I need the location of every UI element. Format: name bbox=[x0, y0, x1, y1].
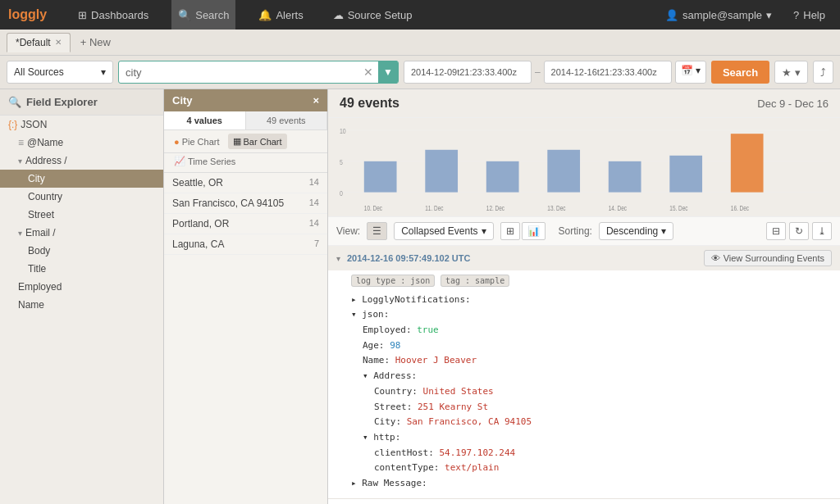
log-type-tag[interactable]: log type : json bbox=[351, 275, 435, 287]
chart-header: 49 events Dec 9 - Dec 16 bbox=[328, 89, 840, 118]
collapsed-event-1[interactable]: ▸ 2014-12-16 09:57:49.102 UTC {"Name": "… bbox=[328, 499, 840, 504]
tab-close-icon[interactable]: ✕ bbox=[55, 38, 62, 47]
chevron-down-icon: ▾ bbox=[18, 157, 22, 166]
fe-item-name[interactable]: Name bbox=[0, 296, 163, 314]
fe-item-title[interactable]: Title bbox=[0, 260, 163, 278]
query-clear-icon[interactable]: ✕ bbox=[358, 66, 378, 79]
fe-item-email[interactable]: ▾ Email / bbox=[0, 224, 163, 242]
nav-alerts[interactable]: 🔔 Alerts bbox=[252, 0, 309, 30]
viz-tab-bar[interactable]: ▦ Bar Chart bbox=[228, 134, 287, 149]
tab-default[interactable]: *Default ✕ bbox=[7, 33, 71, 52]
search-icon: 🔍 bbox=[8, 96, 21, 108]
grid-icon: ⊞ bbox=[78, 9, 87, 21]
columns-icon[interactable]: ⊟ bbox=[766, 222, 786, 240]
expanded-event-body: log type : json tag : sample ▸ LogglyNot… bbox=[328, 270, 840, 498]
bell-icon: 🔔 bbox=[258, 9, 272, 21]
date-picker-button[interactable]: 📅 ▾ bbox=[675, 61, 706, 84]
view-format-icons: ⊞ 📊 bbox=[500, 222, 546, 240]
search-nav-icon: 🔍 bbox=[178, 9, 191, 21]
sample-tag[interactable]: tag : sample bbox=[441, 275, 509, 287]
svg-rect-6 bbox=[364, 161, 397, 193]
view-grid-icon[interactable]: ⊞ bbox=[500, 222, 520, 240]
nav-right-group: 👤 sample@sample ▾ ? Help bbox=[659, 0, 832, 30]
city-value-laguna[interactable]: Laguna, CA 7 bbox=[164, 234, 327, 255]
user-menu[interactable]: 👤 sample@sample ▾ bbox=[659, 0, 778, 30]
nav-dashboards[interactable]: ⊞ Dashboards bbox=[71, 0, 155, 30]
query-input[interactable] bbox=[119, 66, 358, 79]
query-arrow-icon[interactable]: ▼ bbox=[378, 61, 398, 84]
source-select[interactable]: All Sources ▾ bbox=[7, 61, 113, 84]
city-value-portland[interactable]: Portland, OR 14 bbox=[164, 214, 327, 234]
collapsed-events-select[interactable]: Collapsed Events ▾ bbox=[394, 222, 493, 240]
svg-rect-7 bbox=[425, 150, 458, 193]
right-view-controls: ⊟ ↻ ⤓ bbox=[766, 222, 832, 240]
search-bar: All Sources ▾ ✕ ▼ – 📅 ▾ Search ★ ▾ ⤴ bbox=[0, 56, 840, 89]
city-panel-title: City bbox=[172, 94, 193, 107]
fe-item-body[interactable]: Body bbox=[0, 242, 163, 260]
field-explorer-tree: {:} JSON ≡ @Name ▾ Address / City Countr… bbox=[0, 116, 163, 504]
help-link[interactable]: ? Help bbox=[787, 0, 832, 30]
city-tab-values[interactable]: 4 values bbox=[164, 111, 246, 129]
view-surrounding-button[interactable]: 👁 View Surrounding Events bbox=[704, 250, 832, 266]
sorting-select[interactable]: Descending ▾ bbox=[599, 222, 673, 240]
city-viz-tabs: ● Pie Chart ▦ Bar Chart bbox=[164, 130, 327, 153]
svg-text:5: 5 bbox=[340, 157, 343, 167]
events-log: ▾ 2014-12-16 09:57:49.102 UTC 👁 View Sur… bbox=[328, 246, 840, 504]
sorting-label: Sorting: bbox=[559, 225, 592, 237]
svg-text:10. Dec: 10. Dec bbox=[364, 204, 382, 212]
refresh-icon[interactable]: ↻ bbox=[789, 222, 809, 240]
nav-source-setup[interactable]: ☁ Source Setup bbox=[326, 0, 419, 30]
svg-rect-10 bbox=[609, 161, 641, 193]
city-panel: City × 4 values 49 events ● Pie Chart ▦ … bbox=[164, 89, 328, 504]
fe-item-employed[interactable]: Employed bbox=[0, 278, 163, 296]
viz-tab-time-series[interactable]: 📈 Time Series bbox=[169, 153, 240, 169]
fe-item-json[interactable]: {:} JSON bbox=[0, 116, 163, 134]
share-button[interactable]: ⤴ bbox=[813, 61, 833, 84]
expanded-event-header[interactable]: ▾ 2014-12-16 09:57:49.102 UTC 👁 View Sur… bbox=[328, 246, 840, 270]
city-panel-close-icon[interactable]: × bbox=[313, 94, 319, 107]
fe-item-address[interactable]: ▾ Address / bbox=[0, 152, 163, 170]
source-chevron-icon: ▾ bbox=[101, 66, 106, 78]
fe-item-city[interactable]: City bbox=[0, 170, 163, 188]
eye-icon: 👁 bbox=[711, 253, 720, 263]
svg-text:10: 10 bbox=[340, 126, 346, 136]
query-input-wrap: ✕ ▼ bbox=[118, 61, 399, 84]
search-button[interactable]: Search bbox=[711, 61, 769, 84]
expand-icon: ▾ bbox=[336, 254, 340, 263]
date-from-input[interactable] bbox=[404, 61, 532, 84]
chart-date-label: Dec 9 - Dec 16 bbox=[757, 98, 829, 110]
fe-item-name-at[interactable]: ≡ @Name bbox=[0, 134, 163, 152]
download-icon[interactable]: ⤓ bbox=[812, 222, 832, 240]
svg-rect-12 bbox=[731, 134, 764, 192]
svg-text:15. Dec: 15. Dec bbox=[669, 204, 687, 212]
viz-tab-pie[interactable]: ● Pie Chart bbox=[169, 134, 225, 149]
sorting-chevron-icon: ▾ bbox=[661, 225, 666, 237]
city-panel-header: City × bbox=[164, 89, 327, 111]
date-separator: – bbox=[535, 66, 541, 78]
city-value-sf[interactable]: San Francisco, CA 94105 14 bbox=[164, 193, 327, 214]
svg-text:11. Dec: 11. Dec bbox=[425, 204, 443, 212]
date-to-input[interactable] bbox=[544, 61, 672, 84]
bar-chart-area: 10 5 0 10. Dec 11. Dec 12. Dec 13. Dec 1… bbox=[328, 118, 840, 216]
city-value-seattle[interactable]: Seattle, OR 14 bbox=[164, 173, 327, 193]
city-tab-events[interactable]: 49 events bbox=[246, 111, 328, 129]
main-layout: 🔍 Field Explorer {:} JSON ≡ @Name ▾ Addr… bbox=[0, 89, 840, 504]
chevron-down-icon: ▾ bbox=[766, 9, 772, 21]
select-chevron-icon: ▾ bbox=[482, 225, 486, 237]
calendar-icon: 📅 bbox=[681, 65, 693, 76]
svg-text:14. Dec: 14. Dec bbox=[609, 204, 627, 212]
calendar-chevron-icon: ▾ bbox=[696, 65, 701, 76]
fe-item-country[interactable]: Country bbox=[0, 188, 163, 206]
star-button[interactable]: ★ ▾ bbox=[774, 61, 808, 84]
city-values-list: Seattle, OR 14 San Francisco, CA 94105 1… bbox=[164, 173, 327, 504]
nav-search[interactable]: 🔍 Search bbox=[171, 0, 235, 30]
pie-icon: ● bbox=[174, 137, 180, 147]
tab-new[interactable]: + New bbox=[74, 33, 117, 52]
view-table-icon[interactable]: ☰ bbox=[367, 222, 387, 240]
top-nav: loggly ⊞ Dashboards 🔍 Search 🔔 Alerts ☁ … bbox=[0, 0, 840, 30]
user-icon: 👤 bbox=[665, 9, 678, 21]
view-chart-icon[interactable]: 📊 bbox=[522, 222, 546, 240]
fe-item-street[interactable]: Street bbox=[0, 206, 163, 224]
svg-rect-9 bbox=[547, 150, 580, 193]
tab-bar: *Default ✕ + New bbox=[0, 30, 840, 56]
